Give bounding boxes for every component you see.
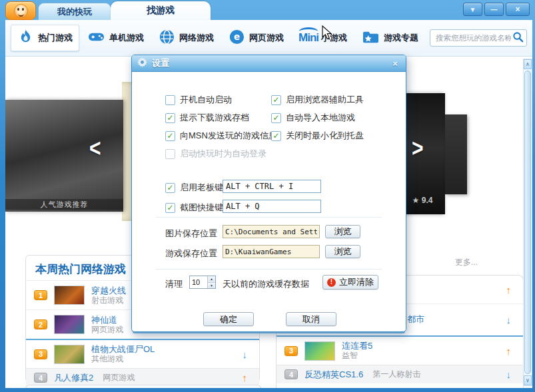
- triangle-down-icon: ▼: [210, 284, 213, 288]
- carousel-prev-button[interactable]: <: [89, 135, 101, 160]
- checkbox-auto-login[interactable]: ✓ 启动快玩时为自动登录: [165, 148, 267, 160]
- spin-down-button[interactable]: ▼: [208, 283, 215, 289]
- trend-down-icon: ↓: [243, 349, 252, 360]
- checkbox-icon[interactable]: ✓: [165, 183, 175, 193]
- trend-up-icon: ↑: [506, 345, 516, 357]
- screenshot-key-input[interactable]: [223, 200, 321, 213]
- checkbox-screenshot-key[interactable]: ✓ 截图快捷键: [165, 202, 223, 214]
- search-input[interactable]: [434, 33, 512, 43]
- carousel-left-poster[interactable]: 人气游戏推荐: [5, 100, 123, 212]
- game-genre: 射击游戏: [91, 295, 126, 305]
- boss-key-input[interactable]: [223, 180, 321, 193]
- vertical-scrollbar[interactable]: ∧ ∨: [523, 59, 532, 386]
- check-icon: ✓: [167, 132, 173, 140]
- clear-now-button[interactable]: ! 立即清除: [322, 275, 378, 290]
- game-title[interactable]: 穿越火线: [91, 286, 126, 295]
- checkbox-icon[interactable]: ✓: [271, 113, 281, 123]
- game-title[interactable]: 凡人修真2: [54, 372, 93, 384]
- checkbox-download-save-tip[interactable]: ✓ 提示下载游戏存档: [165, 112, 249, 124]
- nav-game-topics[interactable]: 游戏专题: [355, 25, 425, 51]
- checkbox-auto-start[interactable]: ✓ 开机自动启动: [165, 94, 232, 106]
- game-title-fragment[interactable]: 都市: [407, 313, 424, 325]
- game-genre: 其他游戏: [91, 354, 155, 364]
- star-folder-icon: [362, 29, 380, 47]
- game-genre: 益智: [342, 351, 372, 361]
- checkbox-icon[interactable]: ✓: [165, 131, 175, 141]
- settings-dialog: 设置 × ✓ 开机自动启动 ✓ 启用浏览器辅助工具 ✓ 提示下载游戏存档 ✓ 自…: [131, 55, 406, 332]
- nav-online-games[interactable]: 网络游戏: [152, 25, 221, 51]
- game-row-fanrenxiuzhen2[interactable]: 4 凡人修真2 网页游戏 ↑: [26, 368, 259, 387]
- game-genre: 网页游戏: [103, 372, 135, 383]
- game-genre: 网页游戏: [91, 325, 123, 335]
- checkbox-browser-helper[interactable]: ✓ 启用浏览器辅助工具: [271, 94, 364, 106]
- globe-icon: [159, 29, 175, 47]
- game-row-cs16[interactable]: 4 反恐精英CS1.6 第一人称射击 ↓: [276, 365, 523, 383]
- checkbox-icon[interactable]: ✓: [271, 95, 281, 105]
- game-thumbnail: [54, 286, 85, 305]
- rank-badge: 1: [34, 290, 47, 300]
- poster-caption: 人气游戏推荐: [5, 199, 123, 210]
- search-icon[interactable]: [512, 31, 524, 45]
- game-title[interactable]: 神仙道: [91, 315, 123, 325]
- alert-icon: !: [327, 278, 336, 287]
- game-genre: 第一人称射击: [372, 369, 420, 380]
- carousel-next-poster-edge[interactable]: [445, 114, 467, 194]
- checkbox-icon[interactable]: ✓: [271, 131, 281, 141]
- days-input[interactable]: [190, 276, 207, 288]
- trend-up-icon: ↑: [243, 372, 252, 383]
- minimize-button[interactable]: —: [484, 3, 504, 16]
- checkbox-icon[interactable]: ✓: [165, 95, 175, 105]
- game-title[interactable]: 植物大战僵尸OL: [91, 344, 155, 354]
- game-row-pvz[interactable]: 3 植物大战僵尸OL 其他游戏 ↓: [26, 339, 259, 368]
- ok-button[interactable]: 确定: [203, 312, 254, 326]
- nav-pc-games[interactable]: 单机游戏: [81, 25, 151, 51]
- game-path-input[interactable]: [223, 245, 320, 258]
- game-thumbnail: [54, 315, 85, 334]
- trend-down-icon: ↓: [506, 314, 516, 325]
- checkbox-icon[interactable]: ✓: [165, 149, 175, 159]
- image-path-label: 图片保存位置: [165, 228, 217, 240]
- chevron-down-icon: ▼: [470, 6, 476, 13]
- rank-badge: 3: [284, 346, 298, 356]
- e-browser-icon: e: [229, 29, 245, 47]
- tab-my-kuaiwan[interactable]: 我的快玩: [38, 3, 111, 21]
- browse-image-path-button[interactable]: 浏览: [325, 225, 360, 238]
- checkbox-boss-key[interactable]: ✓ 启用老板键: [165, 182, 223, 194]
- checkbox-icon[interactable]: ✓: [165, 113, 175, 123]
- game-title[interactable]: 连连看5: [342, 341, 372, 351]
- browse-game-path-button[interactable]: 浏览: [325, 245, 360, 258]
- game-thumbnail: [54, 345, 85, 364]
- checkbox-minimize-to-tray[interactable]: ✓ 关闭时最小化到托盘: [271, 130, 364, 142]
- star-icon: ★: [412, 196, 420, 205]
- dialog-titlebar[interactable]: 设置 ×: [132, 55, 406, 72]
- chevron-up-icon: ∧: [526, 61, 530, 67]
- rank-badge: 4: [284, 369, 298, 379]
- window-controls: ▼ — ×: [463, 3, 530, 16]
- chevron-down-icon: ∨: [526, 377, 530, 383]
- more-link[interactable]: 更多...: [455, 257, 478, 268]
- gamepad-icon: [87, 29, 105, 47]
- scrollbar-thumb[interactable]: [524, 71, 531, 374]
- checkbox-import-local-games[interactable]: ✓ 自动导入本地游戏: [271, 112, 355, 124]
- scroll-down-button[interactable]: ∨: [524, 375, 532, 385]
- dialog-close-button[interactable]: ×: [390, 58, 400, 69]
- flame-icon: [17, 29, 34, 47]
- rank-badge: 3: [34, 349, 47, 359]
- cancel-button[interactable]: 取消: [286, 312, 336, 326]
- checkbox-msn-share[interactable]: ✓ 向MSN发送玩的游戏信息: [165, 130, 277, 142]
- nav-web-games[interactable]: e 网页游戏: [222, 25, 290, 51]
- close-button[interactable]: ×: [506, 3, 530, 16]
- checkbox-icon[interactable]: ✓: [165, 203, 175, 213]
- scroll-up-button[interactable]: ∧: [524, 59, 532, 69]
- titlebar: 我的快玩 找游戏 ▼ — ×: [0, 0, 535, 20]
- nav-hot-games[interactable]: 热门游戏: [11, 25, 79, 51]
- game-title[interactable]: 反恐精英CS1.6: [304, 369, 363, 381]
- close-icon: ×: [515, 5, 520, 14]
- game-row-lianliankan5[interactable]: 3 连连看5 益智 ↑: [276, 335, 523, 365]
- mini-logo-icon: Mini: [298, 31, 318, 45]
- tab-find-games[interactable]: 找游戏: [111, 1, 211, 20]
- spin-up-button[interactable]: ▲: [208, 276, 215, 283]
- skin-menu-button[interactable]: ▼: [463, 3, 482, 16]
- carousel-next-button[interactable]: >: [412, 135, 424, 160]
- image-path-input[interactable]: [223, 225, 320, 238]
